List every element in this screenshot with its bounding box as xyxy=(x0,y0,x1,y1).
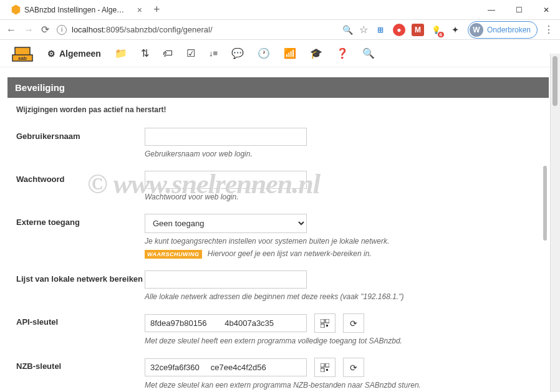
rss-icon[interactable]: 📶 xyxy=(284,47,296,59)
check-icon[interactable]: ☑ xyxy=(186,47,195,59)
external-label: Externe toegang xyxy=(16,214,145,227)
nzbkey-help: Met deze sleutel kan een extern programm… xyxy=(145,381,540,390)
folder-icon[interactable]: 📁 xyxy=(115,47,127,59)
browser-menu-icon[interactable]: ⋮ xyxy=(544,24,554,36)
window-controls: — ☐ ✕ xyxy=(478,1,560,19)
close-tab-icon[interactable]: × xyxy=(137,6,142,14)
svg-rect-10 xyxy=(326,369,328,371)
nzbkey-refresh-button[interactable]: ⟳ xyxy=(343,358,364,377)
row-username: Gebruikersnaam Gebruikersnaam voor web l… xyxy=(16,122,540,165)
new-tab-button[interactable]: + xyxy=(153,3,160,16)
extension-3-icon[interactable]: M xyxy=(412,24,424,36)
forward-button[interactable]: → xyxy=(24,24,34,36)
tab-favicon xyxy=(11,5,21,15)
browser-actions: 🔍 ☆ ⊞ ● M 💡6 ✦ W Onderbroken ⋮ xyxy=(342,21,554,39)
priority-icon[interactable]: ↓≡ xyxy=(209,49,218,58)
bookmark-icon[interactable]: ☆ xyxy=(359,24,368,36)
url-text: localhost:8095/sabnzbd/config/general/ xyxy=(72,25,213,34)
nzbkey-input[interactable] xyxy=(145,358,307,376)
row-password: Wachtwoord Wachtwoord voor web login. xyxy=(16,165,540,208)
toolbar-general[interactable]: ⚙ Algemeen xyxy=(47,49,101,59)
svg-rect-7 xyxy=(321,363,324,367)
back-button[interactable]: ← xyxy=(6,24,16,36)
svg-text:sab: sab xyxy=(18,55,27,61)
username-label: Gebruikersnaam xyxy=(16,128,145,141)
maximize-button[interactable]: ☐ xyxy=(505,1,533,19)
zoom-icon[interactable]: 🔍 xyxy=(342,25,353,35)
apikey-input[interactable] xyxy=(145,314,307,332)
restart-warning: Wijzigingen worden pas actief na herstar… xyxy=(7,98,549,122)
reload-button[interactable]: ⟳ xyxy=(41,24,49,36)
svg-rect-3 xyxy=(321,319,324,323)
form: Gebruikersnaam Gebruikersnaam voor web l… xyxy=(7,122,549,392)
inner-scrollbar-track[interactable] xyxy=(541,54,549,392)
username-input[interactable] xyxy=(145,128,307,146)
close-window-button[interactable]: ✕ xyxy=(533,1,560,19)
extension-4-icon[interactable]: 💡6 xyxy=(430,24,443,36)
localnets-help: Alle lokale netwerk adressen die beginne… xyxy=(145,292,540,301)
app-toolbar: sab ⚙ Algemeen 📁 ⇅ 🏷 ☑ ↓≡ 💬 🕐 📶 🎓 ❓ 🔍 xyxy=(0,40,560,67)
password-input[interactable] xyxy=(145,171,307,189)
username-help: Gebruikersnaam voor web login. xyxy=(145,150,540,158)
extension-2-icon[interactable]: ● xyxy=(393,24,405,36)
toolbar-general-label: Algemeen xyxy=(59,49,101,59)
password-label: Wachtwoord xyxy=(16,171,145,184)
svg-rect-6 xyxy=(326,325,328,327)
apikey-help: Met deze sleutel heeft een extern progra… xyxy=(145,337,540,345)
content-area: Beveiliging Wijzigingen worden pas actie… xyxy=(0,67,560,392)
sort-icon[interactable]: ⇅ xyxy=(141,47,149,59)
nzbkey-label: NZB-sleutel xyxy=(16,358,145,371)
profile-chip[interactable]: W Onderbroken xyxy=(468,21,538,39)
external-help2: Hiervoor geef je een lijst van netwerk-b… xyxy=(208,249,372,258)
row-nzb-key: NZB-sleutel ⟳ Met deze sleutel kan een e… xyxy=(16,351,540,392)
outer-scrollbar-track[interactable] xyxy=(550,54,560,392)
browser-titlebar: SABnzbd Instellingen - Algemeen × + — ☐ … xyxy=(0,0,560,20)
outer-scrollbar-thumb[interactable] xyxy=(553,56,558,106)
extension-1-icon[interactable]: ⊞ xyxy=(374,24,387,36)
svg-rect-8 xyxy=(326,363,329,367)
avatar: W xyxy=(470,23,483,37)
apikey-refresh-button[interactable]: ⟳ xyxy=(343,313,364,333)
apikey-qr-button[interactable] xyxy=(314,313,336,333)
tag-icon[interactable]: 🏷 xyxy=(163,48,173,59)
education-icon[interactable]: 🎓 xyxy=(310,47,322,59)
row-local-networks: Lijst van lokale netwerk bereiken Alle l… xyxy=(16,264,540,307)
svg-rect-9 xyxy=(321,368,324,372)
svg-rect-5 xyxy=(321,324,324,328)
tab-title: SABnzbd Instellingen - Algemeen xyxy=(24,6,128,14)
sabnzbd-logo[interactable]: sab xyxy=(11,45,34,62)
inner-scrollbar-thumb[interactable] xyxy=(543,166,547,241)
browser-address-bar: ← → ⟳ i localhost:8095/sabnzbd/config/ge… xyxy=(0,20,560,40)
localnets-input[interactable] xyxy=(145,270,307,289)
external-help1: Je kunt toegangsrechten instellen voor s… xyxy=(145,237,540,246)
search-icon[interactable]: 🔍 xyxy=(362,47,375,59)
minimize-button[interactable]: — xyxy=(478,1,505,19)
row-api-key: API-sleutel ⟳ Met deze sleutel heeft een… xyxy=(16,307,540,351)
browser-tab[interactable]: SABnzbd Instellingen - Algemeen × xyxy=(5,1,148,19)
gear-icon: ⚙ xyxy=(47,49,56,59)
chat-icon[interactable]: 💬 xyxy=(231,47,244,59)
warning-badge: WAARSCHUWING xyxy=(145,250,202,259)
apikey-label: API-sleutel xyxy=(16,313,145,327)
external-select[interactable]: Geen toegang xyxy=(145,214,307,233)
help-icon[interactable]: ❓ xyxy=(336,47,349,59)
clock-icon[interactable]: 🕐 xyxy=(258,47,270,59)
info-icon[interactable]: i xyxy=(57,25,67,35)
password-help: Wachtwoord voor web login. xyxy=(145,193,540,201)
nzbkey-qr-button[interactable] xyxy=(314,358,336,377)
localnets-label: Lijst van lokale netwerk bereiken xyxy=(16,270,145,284)
svg-rect-4 xyxy=(326,319,329,323)
url-box[interactable]: i localhost:8095/sabnzbd/config/general/ xyxy=(57,25,335,35)
extensions-menu-icon[interactable]: ✦ xyxy=(449,24,461,36)
row-external-access: Externe toegang Geen toegang Je kunt toe… xyxy=(16,208,540,264)
section-header: Beveiliging xyxy=(7,77,549,98)
profile-status: Onderbroken xyxy=(487,26,531,34)
